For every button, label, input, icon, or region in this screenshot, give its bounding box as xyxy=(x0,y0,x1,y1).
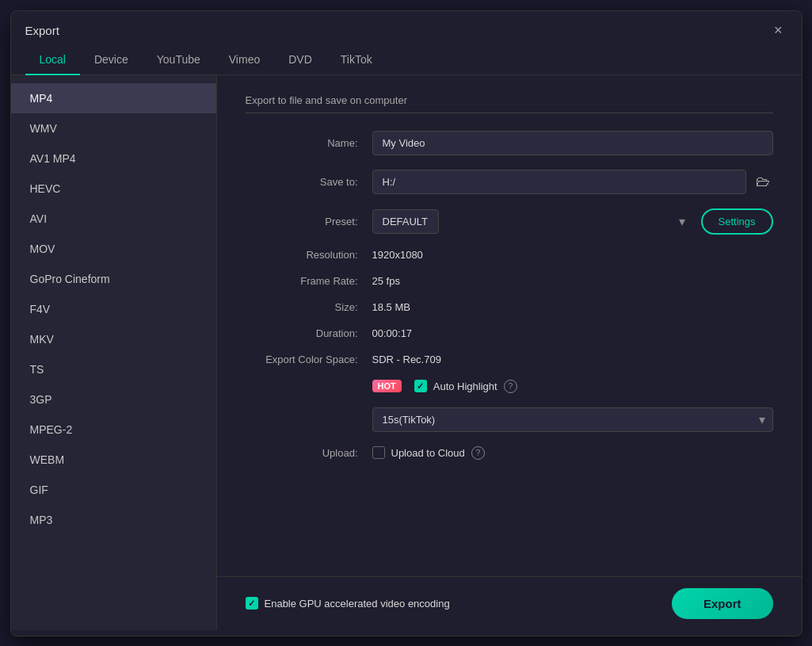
auto-highlight-row: HOT ✓ Auto Highlight ? xyxy=(246,380,773,393)
format-mp3[interactable]: MP3 xyxy=(11,505,216,535)
upload-label: Upload: xyxy=(246,447,372,459)
format-mp4[interactable]: MP4 xyxy=(11,83,216,113)
format-3gp[interactable]: 3GP xyxy=(11,384,216,415)
auto-highlight-group: HOT ✓ Auto Highlight ? xyxy=(372,380,517,393)
name-row: Name: xyxy=(246,131,773,155)
main-panel: Export to file and save on computer Name… xyxy=(217,75,802,576)
color-space-label: Export Color Space: xyxy=(246,354,372,365)
preset-label: Preset: xyxy=(246,216,372,227)
duration-label: Duration: xyxy=(246,327,372,339)
format-hevc[interactable]: HEVC xyxy=(11,174,216,204)
hot-badge: HOT xyxy=(372,380,402,392)
auto-highlight-checkbox[interactable]: ✓ xyxy=(414,380,427,392)
tab-vimeo[interactable]: Vimeo xyxy=(215,47,274,75)
color-space-value: SDR - Rec.709 xyxy=(372,354,441,365)
upload-to-cloud-checkbox[interactable] xyxy=(372,446,385,459)
gpu-row: ✓ Enable GPU accelerated video encoding xyxy=(246,597,450,610)
size-row: Size: 18.5 MB xyxy=(246,301,773,313)
format-avi[interactable]: AVI xyxy=(11,204,216,234)
format-webm[interactable]: WEBM xyxy=(11,445,216,475)
settings-button[interactable]: Settings xyxy=(701,208,773,235)
duration-row: Duration: 00:00:17 xyxy=(246,327,773,339)
dialog-title: Export xyxy=(25,24,59,37)
size-label: Size: xyxy=(246,301,372,313)
format-sidebar: MP4 WMV AV1 MP4 HEVC AVI MOV GoPro Cinef… xyxy=(11,75,217,630)
bottom-bar: ✓ Enable GPU accelerated video encoding … xyxy=(217,576,802,630)
frame-rate-label: Frame Rate: xyxy=(246,275,372,287)
format-mkv[interactable]: MKV xyxy=(11,324,216,354)
format-ts[interactable]: TS xyxy=(11,354,216,384)
save-to-input[interactable] xyxy=(372,170,746,194)
preset-input-group: DEFAULT Custom ▾ Settings xyxy=(372,208,773,235)
name-label: Name: xyxy=(246,137,372,149)
save-to-row: Save to: 🗁 xyxy=(246,170,773,194)
size-value: 18.5 MB xyxy=(372,301,410,313)
tab-device[interactable]: Device xyxy=(80,47,143,75)
gpu-checkbox[interactable]: ✓ xyxy=(246,597,258,610)
resolution-value: 1920x1080 xyxy=(372,249,423,261)
export-button[interactable]: Export xyxy=(672,588,773,619)
upload-group: Upload to Cloud ? xyxy=(372,446,485,460)
tiktok-duration-select[interactable]: 15s(TikTok) 60s(TikTok) Custom xyxy=(372,407,773,432)
checkmark-icon: ✓ xyxy=(417,381,424,392)
upload-to-cloud-label: Upload to Cloud xyxy=(391,447,465,459)
gpu-checkmark-icon: ✓ xyxy=(248,598,255,609)
format-wmv[interactable]: WMV xyxy=(11,113,216,143)
format-gif[interactable]: GIF xyxy=(11,475,216,505)
folder-icon: 🗁 xyxy=(756,174,770,189)
upload-help-icon[interactable]: ? xyxy=(471,446,485,460)
content-area: MP4 WMV AV1 MP4 HEVC AVI MOV GoPro Cinef… xyxy=(11,75,802,630)
tiktok-duration-row: 15s(TikTok) 60s(TikTok) Custom ▾ xyxy=(372,407,773,432)
auto-highlight-help-icon[interactable]: ? xyxy=(504,380,517,393)
preset-select[interactable]: DEFAULT Custom xyxy=(372,209,439,234)
save-to-input-group: 🗁 xyxy=(372,170,773,194)
folder-button[interactable]: 🗁 xyxy=(753,170,773,193)
format-mpeg2[interactable]: MPEG-2 xyxy=(11,415,216,445)
auto-highlight-label: Auto Highlight xyxy=(433,380,497,392)
dialog-header: Export × xyxy=(11,11,802,40)
resolution-row: Resolution: 1920x1080 xyxy=(246,249,773,261)
tab-tiktok[interactable]: TikTok xyxy=(326,47,387,75)
format-gopro[interactable]: GoPro Cineform xyxy=(11,264,216,294)
close-button[interactable]: × xyxy=(769,21,787,40)
save-to-label: Save to: xyxy=(246,176,372,188)
section-title: Export to file and save on computer xyxy=(246,94,773,113)
export-dialog: Export × Local Device YouTube Vimeo DVD … xyxy=(10,10,802,636)
format-av1mp4[interactable]: AV1 MP4 xyxy=(11,143,216,174)
tab-dvd[interactable]: DVD xyxy=(274,47,326,75)
frame-rate-row: Frame Rate: 25 fps xyxy=(246,275,773,287)
preset-chevron-icon: ▾ xyxy=(679,214,685,229)
tab-bar: Local Device YouTube Vimeo DVD TikTok xyxy=(11,40,802,75)
tab-local[interactable]: Local xyxy=(25,47,80,75)
tab-youtube[interactable]: YouTube xyxy=(143,47,215,75)
duration-value: 00:00:17 xyxy=(372,327,413,339)
format-f4v[interactable]: F4V xyxy=(11,294,216,324)
name-input[interactable] xyxy=(372,131,773,155)
color-space-row: Export Color Space: SDR - Rec.709 xyxy=(246,354,773,365)
preset-select-wrap: DEFAULT Custom ▾ xyxy=(372,209,693,234)
resolution-label: Resolution: xyxy=(246,249,372,261)
format-mov[interactable]: MOV xyxy=(11,234,216,264)
frame-rate-value: 25 fps xyxy=(372,275,400,287)
preset-row: Preset: DEFAULT Custom ▾ Settings xyxy=(246,208,773,235)
gpu-label: Enable GPU accelerated video encoding xyxy=(265,598,450,610)
upload-row: Upload: Upload to Cloud ? xyxy=(246,446,773,460)
